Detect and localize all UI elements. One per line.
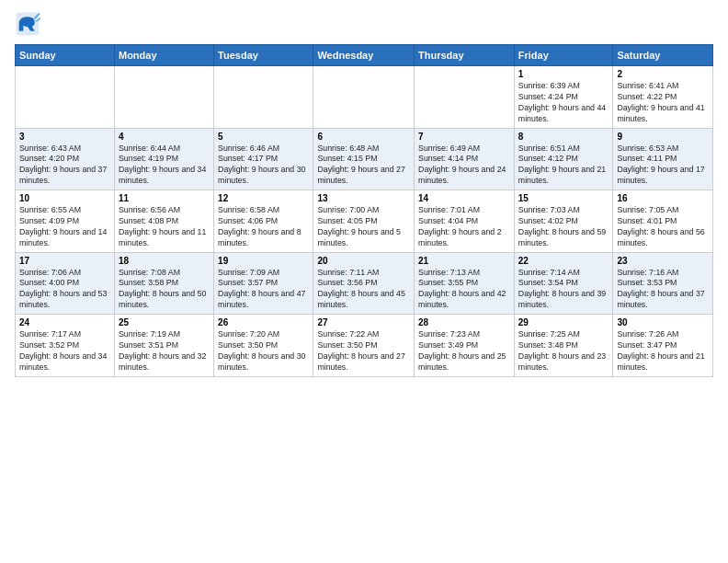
calendar-week-row: 1Sunrise: 6:39 AM Sunset: 4:24 PM Daylig… (16, 66, 713, 129)
calendar-cell: 6Sunrise: 6:48 AM Sunset: 4:15 PM Daylig… (313, 128, 415, 190)
calendar-cell: 3Sunrise: 6:43 AM Sunset: 4:20 PM Daylig… (16, 128, 115, 190)
day-number: 22 (518, 256, 609, 266)
day-info: Sunrise: 6:48 AM Sunset: 4:15 PM Dayligh… (317, 144, 410, 188)
day-info: Sunrise: 6:53 AM Sunset: 4:11 PM Dayligh… (617, 144, 709, 188)
logo-icon (15, 11, 40, 37)
calendar-cell (415, 66, 515, 129)
day-info: Sunrise: 7:00 AM Sunset: 4:05 PM Dayligh… (317, 205, 410, 249)
day-info: Sunrise: 6:56 AM Sunset: 4:08 PM Dayligh… (119, 205, 210, 249)
day-number: 28 (418, 317, 510, 327)
day-info: Sunrise: 7:01 AM Sunset: 4:04 PM Dayligh… (418, 205, 510, 249)
day-number: 17 (19, 256, 110, 266)
calendar-cell: 5Sunrise: 6:46 AM Sunset: 4:17 PM Daylig… (214, 128, 313, 190)
day-number: 14 (418, 193, 510, 203)
calendar-cell: 14Sunrise: 7:01 AM Sunset: 4:04 PM Dayli… (415, 190, 515, 253)
day-number: 16 (617, 193, 709, 203)
calendar-cell: 20Sunrise: 7:11 AM Sunset: 3:56 PM Dayli… (313, 252, 415, 315)
calendar-cell: 9Sunrise: 6:53 AM Sunset: 4:11 PM Daylig… (613, 128, 713, 190)
day-info: Sunrise: 6:39 AM Sunset: 4:24 PM Dayligh… (518, 81, 609, 125)
calendar-header-tuesday: Tuesday (214, 45, 313, 66)
day-info: Sunrise: 6:51 AM Sunset: 4:12 PM Dayligh… (518, 144, 609, 188)
day-number: 3 (19, 132, 110, 142)
calendar-cell: 12Sunrise: 6:58 AM Sunset: 4:06 PM Dayli… (214, 190, 313, 253)
day-info: Sunrise: 6:55 AM Sunset: 4:09 PM Dayligh… (19, 205, 110, 249)
calendar-cell: 25Sunrise: 7:19 AM Sunset: 3:51 PM Dayli… (114, 315, 213, 377)
day-info: Sunrise: 6:49 AM Sunset: 4:14 PM Dayligh… (418, 144, 510, 188)
logo (15, 11, 44, 37)
calendar-cell: 2Sunrise: 6:41 AM Sunset: 4:22 PM Daylig… (613, 66, 713, 129)
calendar-cell: 15Sunrise: 7:03 AM Sunset: 4:02 PM Dayli… (514, 190, 613, 253)
calendar-week-row: 3Sunrise: 6:43 AM Sunset: 4:20 PM Daylig… (16, 128, 713, 190)
day-number: 6 (317, 132, 410, 142)
calendar-cell: 13Sunrise: 7:00 AM Sunset: 4:05 PM Dayli… (313, 190, 415, 253)
day-number: 18 (119, 256, 210, 266)
day-number: 1 (518, 69, 609, 79)
header (15, 11, 713, 37)
day-number: 19 (218, 256, 309, 266)
calendar-header-saturday: Saturday (613, 45, 713, 66)
calendar-cell (16, 66, 115, 129)
calendar-cell: 7Sunrise: 6:49 AM Sunset: 4:14 PM Daylig… (415, 128, 515, 190)
calendar-week-row: 17Sunrise: 7:06 AM Sunset: 4:00 PM Dayli… (16, 252, 713, 315)
calendar-cell: 1Sunrise: 6:39 AM Sunset: 4:24 PM Daylig… (514, 66, 613, 129)
calendar-cell: 4Sunrise: 6:44 AM Sunset: 4:19 PM Daylig… (114, 128, 213, 190)
calendar-cell: 17Sunrise: 7:06 AM Sunset: 4:00 PM Dayli… (16, 252, 115, 315)
calendar-cell: 11Sunrise: 6:56 AM Sunset: 4:08 PM Dayli… (114, 190, 213, 253)
calendar-header-wednesday: Wednesday (313, 45, 415, 66)
day-info: Sunrise: 7:09 AM Sunset: 3:57 PM Dayligh… (218, 268, 309, 312)
calendar-cell: 23Sunrise: 7:16 AM Sunset: 3:53 PM Dayli… (613, 252, 713, 315)
day-number: 11 (119, 193, 210, 203)
calendar-header-row: SundayMondayTuesdayWednesdayThursdayFrid… (16, 45, 713, 66)
day-number: 25 (119, 317, 210, 327)
calendar-cell: 24Sunrise: 7:17 AM Sunset: 3:52 PM Dayli… (16, 315, 115, 377)
day-info: Sunrise: 7:05 AM Sunset: 4:01 PM Dayligh… (617, 205, 709, 249)
day-number: 29 (518, 317, 609, 327)
day-info: Sunrise: 7:16 AM Sunset: 3:53 PM Dayligh… (617, 268, 709, 312)
calendar-header-sunday: Sunday (16, 45, 115, 66)
day-info: Sunrise: 7:25 AM Sunset: 3:48 PM Dayligh… (518, 329, 609, 373)
calendar-cell (214, 66, 313, 129)
calendar-header-monday: Monday (114, 45, 213, 66)
calendar-cell: 30Sunrise: 7:26 AM Sunset: 3:47 PM Dayli… (613, 315, 713, 377)
calendar-header-thursday: Thursday (415, 45, 515, 66)
day-info: Sunrise: 6:41 AM Sunset: 4:22 PM Dayligh… (617, 81, 709, 125)
day-number: 10 (19, 193, 110, 203)
day-info: Sunrise: 6:58 AM Sunset: 4:06 PM Dayligh… (218, 205, 309, 249)
day-info: Sunrise: 7:08 AM Sunset: 3:58 PM Dayligh… (119, 268, 210, 312)
day-number: 12 (218, 193, 309, 203)
day-info: Sunrise: 7:20 AM Sunset: 3:50 PM Dayligh… (218, 329, 309, 373)
day-number: 9 (617, 132, 709, 142)
calendar-cell (114, 66, 213, 129)
day-number: 13 (317, 193, 410, 203)
day-info: Sunrise: 7:22 AM Sunset: 3:50 PM Dayligh… (317, 329, 410, 373)
day-number: 26 (218, 317, 309, 327)
calendar-header-friday: Friday (514, 45, 613, 66)
calendar-week-row: 24Sunrise: 7:17 AM Sunset: 3:52 PM Dayli… (16, 315, 713, 377)
calendar-cell: 19Sunrise: 7:09 AM Sunset: 3:57 PM Dayli… (214, 252, 313, 315)
day-number: 8 (518, 132, 609, 142)
day-number: 7 (418, 132, 510, 142)
day-number: 21 (418, 256, 510, 266)
calendar-cell (313, 66, 415, 129)
day-number: 20 (317, 256, 410, 266)
page: SundayMondayTuesdayWednesdayThursdayFrid… (0, 0, 728, 563)
day-info: Sunrise: 7:13 AM Sunset: 3:55 PM Dayligh… (418, 268, 510, 312)
calendar-cell: 22Sunrise: 7:14 AM Sunset: 3:54 PM Dayli… (514, 252, 613, 315)
day-info: Sunrise: 6:43 AM Sunset: 4:20 PM Dayligh… (19, 144, 110, 188)
calendar-week-row: 10Sunrise: 6:55 AM Sunset: 4:09 PM Dayli… (16, 190, 713, 253)
day-info: Sunrise: 6:46 AM Sunset: 4:17 PM Dayligh… (218, 144, 309, 188)
day-info: Sunrise: 7:17 AM Sunset: 3:52 PM Dayligh… (19, 329, 110, 373)
day-info: Sunrise: 7:23 AM Sunset: 3:49 PM Dayligh… (418, 329, 510, 373)
day-number: 24 (19, 317, 110, 327)
calendar-cell: 26Sunrise: 7:20 AM Sunset: 3:50 PM Dayli… (214, 315, 313, 377)
day-info: Sunrise: 6:44 AM Sunset: 4:19 PM Dayligh… (119, 144, 210, 188)
day-info: Sunrise: 7:06 AM Sunset: 4:00 PM Dayligh… (19, 268, 110, 312)
day-number: 23 (617, 256, 709, 266)
day-info: Sunrise: 7:14 AM Sunset: 3:54 PM Dayligh… (518, 268, 609, 312)
calendar-cell: 8Sunrise: 6:51 AM Sunset: 4:12 PM Daylig… (514, 128, 613, 190)
day-info: Sunrise: 7:26 AM Sunset: 3:47 PM Dayligh… (617, 329, 709, 373)
calendar-cell: 27Sunrise: 7:22 AM Sunset: 3:50 PM Dayli… (313, 315, 415, 377)
calendar-table: SundayMondayTuesdayWednesdayThursdayFrid… (15, 44, 713, 377)
calendar-cell: 16Sunrise: 7:05 AM Sunset: 4:01 PM Dayli… (613, 190, 713, 253)
day-info: Sunrise: 7:03 AM Sunset: 4:02 PM Dayligh… (518, 205, 609, 249)
